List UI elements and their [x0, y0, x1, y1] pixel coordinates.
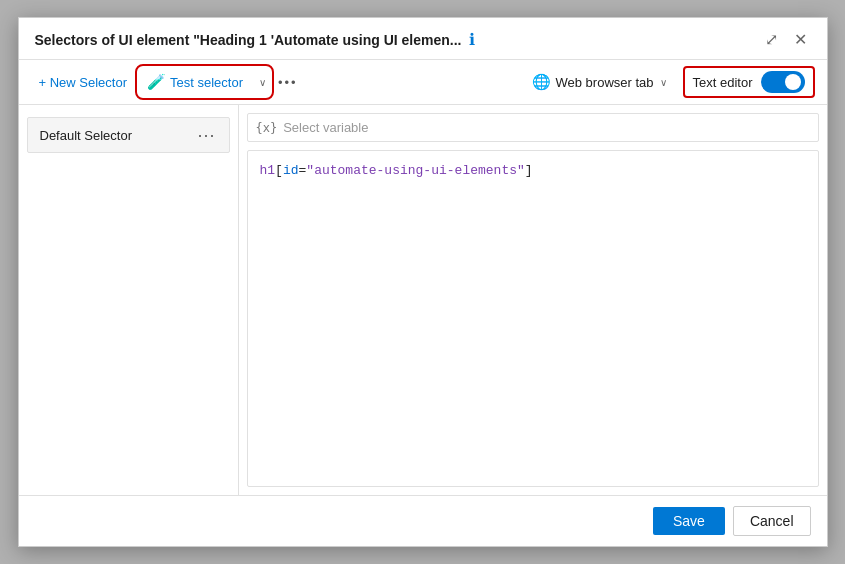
- variable-bar: {x} Select variable: [247, 113, 819, 142]
- close-button[interactable]: ✕: [790, 28, 811, 51]
- text-editor-label: Text editor: [693, 75, 753, 90]
- default-selector-label: Default Selector: [40, 128, 133, 143]
- test-selector-label: Test selector: [170, 75, 243, 90]
- new-selector-label: + New Selector: [39, 75, 128, 90]
- save-button[interactable]: Save: [653, 507, 725, 535]
- main-content: Default Selector ⋯ {x} Select variable h…: [19, 105, 827, 495]
- selector-more-button[interactable]: ⋯: [195, 126, 217, 144]
- test-selector-button[interactable]: 🧪 Test selector: [139, 68, 251, 96]
- globe-icon: 🌐: [532, 73, 551, 91]
- text-editor-group: Text editor: [683, 66, 815, 98]
- test-selector-group: 🧪 Test selector ∨: [139, 68, 270, 96]
- test-selector-icon: 🧪: [147, 73, 166, 91]
- code-attr-name: id: [283, 163, 299, 178]
- resize-icon: ⤢: [765, 30, 778, 49]
- select-variable-placeholder[interactable]: Select variable: [283, 120, 368, 135]
- close-icon: ✕: [794, 30, 807, 49]
- toolbar: + New Selector 🧪 Test selector ∨ ••• 🌐 W…: [19, 60, 827, 105]
- editor-area: {x} Select variable h1 [ id = " automate…: [239, 105, 827, 495]
- toolbar-right: 🌐 Web browser tab ∨ Text editor: [524, 66, 814, 98]
- code-quote-open: ": [306, 163, 314, 178]
- code-quote-close: ": [517, 163, 525, 178]
- test-selector-chevron-icon[interactable]: ∨: [255, 73, 270, 92]
- footer: Save Cancel: [19, 495, 827, 546]
- selectors-dialog: Selectors of UI element "Heading 1 'Auto…: [18, 17, 828, 547]
- resize-button[interactable]: ⤢: [761, 28, 782, 51]
- browser-tab-label: Web browser tab: [555, 75, 653, 90]
- title-bar: Selectors of UI element "Heading 1 'Auto…: [19, 18, 827, 60]
- code-tag: h1: [260, 163, 276, 178]
- code-bracket-close: ]: [525, 163, 533, 178]
- toggle-slider: [761, 71, 805, 93]
- dialog-title: Selectors of UI element "Heading 1 'Auto…: [35, 32, 462, 48]
- variable-icon: {x}: [256, 121, 278, 135]
- code-editor[interactable]: h1 [ id = " automate-using-ui-elements "…: [247, 150, 819, 487]
- code-line: h1 [ id = " automate-using-ui-elements "…: [260, 163, 806, 178]
- info-icon[interactable]: ℹ: [469, 30, 475, 49]
- title-left: Selectors of UI element "Heading 1 'Auto…: [35, 30, 476, 49]
- sidebar: Default Selector ⋯: [19, 105, 239, 495]
- text-editor-toggle[interactable]: [761, 71, 805, 93]
- more-options-button[interactable]: •••: [274, 73, 302, 92]
- code-bracket-open: [: [275, 163, 283, 178]
- code-equals: =: [299, 163, 307, 178]
- new-selector-button[interactable]: + New Selector: [31, 70, 136, 95]
- cancel-button[interactable]: Cancel: [733, 506, 811, 536]
- default-selector-item[interactable]: Default Selector ⋯: [27, 117, 230, 153]
- browser-tab-chevron-icon: ∨: [660, 77, 667, 88]
- code-attr-value: automate-using-ui-elements: [314, 163, 517, 178]
- browser-tab-button[interactable]: 🌐 Web browser tab ∨: [524, 68, 674, 96]
- title-actions: ⤢ ✕: [761, 28, 811, 51]
